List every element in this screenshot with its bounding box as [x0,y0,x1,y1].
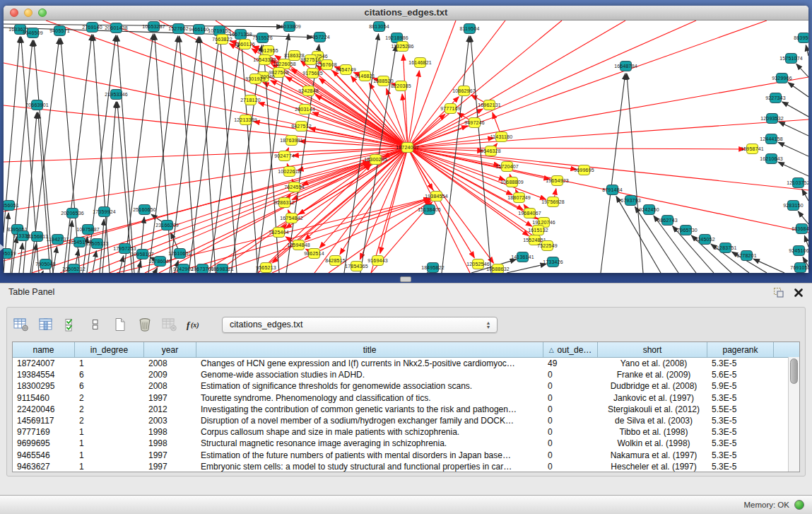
network-node[interactable]: 9242902 [177,264,189,273]
network-node[interactable]: 10688809 [506,177,518,187]
network-node[interactable]: 8427512 [295,121,307,132]
panel-splitter-handle[interactable] [400,276,411,282]
network-node[interactable]: 20206536 [66,208,78,218]
network-node[interactable]: 7905048 [40,259,52,269]
network-node[interactable]: 12093532 [766,113,778,124]
network-node[interactable]: 12610651 [174,248,186,259]
network-node[interactable]: 17854365 [351,261,363,271]
network-node[interactable]: 9777169 [445,103,457,114]
table-row[interactable]: 1938455462009Genome-wide association stu… [13,369,799,380]
network-node[interactable]: 1615132 [532,225,544,235]
network-canvas[interactable]: 1633621390465099405571276914020601438106… [4,21,808,273]
network-node[interactable]: 1527602 [172,23,184,34]
network-node[interactable]: 12444158 [765,134,777,144]
network-node[interactable]: 6836843 [796,223,808,234]
network-node[interactable]: 7663822 [216,34,228,45]
network-node[interactable]: 9565213 [260,262,272,273]
scrollbar-thumb[interactable] [790,358,798,384]
network-node[interactable]: 17957253 [119,243,131,254]
network-node[interactable]: 9356051 [4,200,15,211]
network-node[interactable]: 11156813 [31,231,43,242]
table-row[interactable]: 946554611997Estimation of the future num… [13,450,799,461]
table-settings-icon[interactable] [13,315,30,334]
table-row[interactable]: 1872400712008Changes of HCN gene express… [13,358,799,369]
network-node[interactable]: 16786049 [154,256,166,267]
network-node[interactable]: 8639509 [798,33,808,43]
network-node[interactable]: 8186328 [288,50,300,61]
column-header-title[interactable]: title [196,342,543,357]
network-node[interactable]: 9405571 [54,25,66,36]
window-titlebar[interactable]: citations_edges.txt [4,6,808,21]
network-node[interactable]: 16033809 [283,21,295,32]
network-node[interactable]: 9862743 [661,215,673,226]
network-node[interactable]: 9242450 [643,204,655,215]
network-node[interactable]: 15751074 [785,53,797,64]
network-node[interactable]: 15138405 [423,204,435,215]
network-node[interactable]: 9595019 [4,248,12,259]
network-node[interactable]: 18698321 [216,264,228,273]
network-node[interactable]: 9046509 [27,28,39,38]
network-node[interactable]: 9862514 [308,248,320,259]
network-node[interactable]: 9827516 [305,54,317,65]
network-node[interactable]: 9245052 [699,234,711,245]
network-node[interactable]: 9227343 [770,93,782,103]
network-node[interactable]: 16754842 [286,213,298,223]
network-node[interactable]: 10975887 [82,224,94,235]
network-node[interactable]: 15720407 [501,161,513,172]
network-node[interactable]: 9024774 [278,151,290,161]
hidden-panel-arrow-icon[interactable] [0,244,4,251]
network-node[interactable]: 23166209 [161,220,173,230]
network-node[interactable]: 17965730 [680,225,692,235]
column-header-in-degree[interactable]: in_degree [75,342,144,357]
network-node[interactable]: 10673700 [196,264,208,273]
network-node[interactable]: 14136141 [517,252,529,262]
network-node[interactable]: 12103752 [792,177,804,188]
network-node[interactable]: 9146821 [359,71,371,81]
network-node[interactable]: 7522549 [541,240,553,251]
network-node[interactable]: 17359924 [98,206,110,217]
network-node[interactable]: 9169443 [372,255,384,266]
network-node[interactable]: 12505113 [91,238,103,249]
network-node[interactable]: 6793793 [625,195,637,206]
close-panel-icon[interactable] [792,286,805,299]
network-node[interactable]: 19654923 [551,175,563,186]
network-node[interactable]: 9175685 [307,68,319,78]
network-node[interactable]: 2718120 [245,95,257,105]
column-settings-icon[interactable] [37,315,54,334]
network-node[interactable]: 20601438 [110,23,122,33]
column-header-year[interactable]: year [144,342,196,357]
network-node[interactable]: 8454749 [340,64,352,75]
network-node[interactable]: 18724007 [401,142,413,153]
network-node[interactable]: 7857224 [314,32,326,42]
network-node[interactable]: 18807249 [513,192,525,203]
network-node[interactable]: 10653287 [148,21,160,32]
network-node[interactable]: 10543382 [259,54,271,65]
network-node[interactable]: 10022618 [283,166,295,177]
column-header-pagerank[interactable]: pagerank [707,342,774,357]
network-node[interactable]: 7624554 [288,182,300,192]
network-node[interactable]: 9283150 [787,200,799,211]
network-node[interactable]: 8220385 [395,81,407,91]
network-node[interactable]: 20505212 [68,264,80,273]
table-row[interactable]: 2242004622012Investigating the contribut… [13,404,799,415]
network-node[interactable]: 16210643 [765,153,777,164]
network-node[interactable]: 21953346 [110,89,122,100]
network-node[interactable]: 9245106 [793,245,805,256]
network-node[interactable]: 12594848 [293,240,305,250]
network-node[interactable]: 9546328 [485,146,497,156]
network-node[interactable]: 18300295 [370,154,382,165]
network-node[interactable]: 2803144 [299,104,311,115]
network-node[interactable]: 16671358 [235,29,247,40]
network-node[interactable]: 25160650 [139,204,151,215]
network-node[interactable]: 11942737 [52,234,64,245]
network-node[interactable]: 9497246 [469,117,481,128]
network-node[interactable]: 8813054 [373,21,385,32]
column-header-short[interactable]: short [598,342,707,357]
vertical-scrollbar[interactable] [788,357,799,472]
network-node[interactable]: 12052546 [472,259,484,269]
network-node[interactable]: 15958741 [746,144,758,154]
network-node[interactable]: 1733426 [547,257,559,267]
network-node[interactable]: 6778201 [741,250,753,261]
network-node[interactable]: 9466160 [193,24,205,35]
network-node[interactable]: 18495822 [427,262,439,273]
